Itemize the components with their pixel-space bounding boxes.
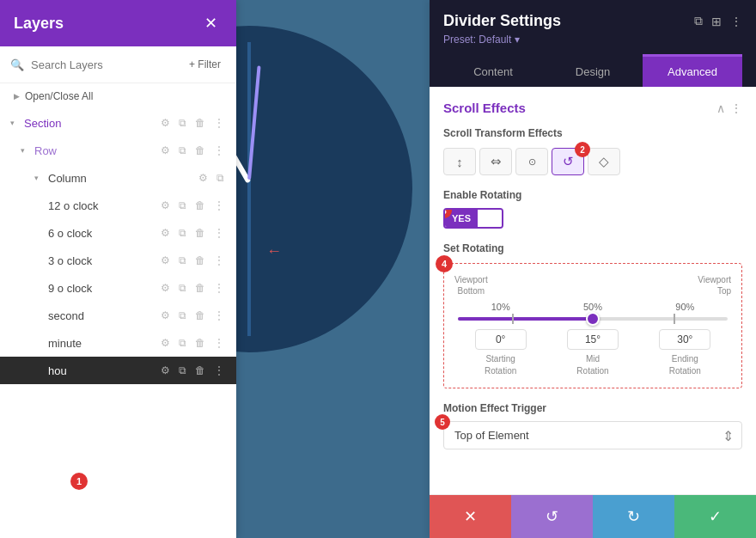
duplicate-icon-col[interactable]: ⧉ <box>215 170 226 186</box>
duplicate-icon-12[interactable]: ⧉ <box>177 198 188 213</box>
more-options-icon[interactable]: ⋮ <box>730 15 742 28</box>
settings-icon-col[interactable]: ⚙ <box>197 170 210 186</box>
trash-icon[interactable]: 🗑 <box>193 115 207 131</box>
badge-4: 4 <box>436 255 453 272</box>
layer-name-3oclock: 3 o clock <box>48 254 159 267</box>
motion-trigger-select[interactable]: Top of Element Bottom of Element Center … <box>443 421 742 449</box>
viewport-top-label: ViewportTop <box>698 274 731 297</box>
layer-icons-row: ⚙ ⧉ 🗑 ⋮ <box>159 143 226 158</box>
trash-icon-12[interactable]: 🗑 <box>193 198 207 213</box>
redo-button[interactable]: ↻ <box>593 495 674 538</box>
layer-toggle-column[interactable]: ▾ <box>34 174 45 182</box>
settings-footer: ✕ ↺ ↻ ✓ <box>430 494 756 538</box>
set-rotating-label: Set Rotating <box>443 242 742 254</box>
layer-item-row[interactable]: ▾ Row ⚙ ⧉ 🗑 ⋮ <box>0 137 236 164</box>
settings-icon-6[interactable]: ⚙ <box>159 225 172 241</box>
duplicate-icon[interactable]: ⧉ <box>177 115 188 131</box>
duplicate-icon-6[interactable]: ⧉ <box>177 225 188 241</box>
layer-item-12oclock[interactable]: 12 o clock ⚙ ⧉ 🗑 ⋮ <box>0 192 236 219</box>
filter-button[interactable]: + Filter <box>184 55 226 74</box>
layer-icons-hour: ⚙ ⧉ 🗑 ⋮ <box>159 363 226 378</box>
duplicate-icon-row[interactable]: ⧉ <box>177 143 188 158</box>
motion-trigger-select-wrapper: Top of Element Bottom of Element Center … <box>443 421 742 449</box>
more-icon-12[interactable]: ⋮ <box>212 198 226 213</box>
ending-rotation-input[interactable] <box>659 329 710 350</box>
horizontal-scroll-btn[interactable]: ⇔ <box>479 148 512 175</box>
badge-1: 1 <box>70 473 88 490</box>
scale-scroll-btn[interactable]: ◇ <box>588 148 620 175</box>
slider-thumb[interactable] <box>586 312 600 326</box>
duplicate-icon-3[interactable]: ⧉ <box>177 253 188 268</box>
layer-item-hour[interactable]: hou ⚙ ⧉ 🗑 ⋮ <box>0 357 236 384</box>
more-icon[interactable]: ⋮ <box>212 115 226 131</box>
layer-toggle-section[interactable]: ▾ <box>10 119 21 127</box>
undo-button[interactable]: ↺ <box>511 495 593 538</box>
expand-icon[interactable]: ⊞ <box>711 15 722 28</box>
layer-item-minute[interactable]: minute ⚙ ⧉ 🗑 ⋮ <box>0 329 236 357</box>
layer-item-column[interactable]: ▾ Column ⚙ ⧉ <box>0 164 236 192</box>
settings-icon[interactable]: ⚙ <box>159 115 172 131</box>
layer-item-second[interactable]: second ⚙ ⧉ 🗑 ⋮ <box>0 302 236 329</box>
settings-title: Divider Settings <box>443 12 561 30</box>
layer-item-9oclock[interactable]: 9 o clock ⚙ ⧉ 🗑 ⋮ <box>0 274 236 302</box>
copy-layout-icon[interactable]: ⧉ <box>694 14 703 28</box>
search-input[interactable] <box>31 58 177 71</box>
settings-icon-3[interactable]: ⚙ <box>159 253 172 268</box>
duplicate-icon-hour[interactable]: ⧉ <box>177 363 188 378</box>
vertical-scroll-btn[interactable]: ↕ <box>443 148 476 175</box>
settings-icon-12[interactable]: ⚙ <box>159 198 172 213</box>
settings-panel: Divider Settings ⧉ ⊞ ⋮ Preset: Default C… <box>430 0 756 538</box>
trash-icon-minute[interactable]: 🗑 <box>193 335 207 351</box>
duplicate-icon-minute[interactable]: ⧉ <box>177 335 188 351</box>
layers-title: Layers <box>14 15 64 33</box>
rotation-slider[interactable] <box>454 317 731 321</box>
more-icon-6[interactable]: ⋮ <box>212 225 226 241</box>
layer-item-section[interactable]: ▾ Section ⚙ ⧉ 🗑 ⋮ <box>0 109 236 137</box>
more-icon-row[interactable]: ⋮ <box>212 143 226 158</box>
more-icon-second[interactable]: ⋮ <box>212 308 226 323</box>
settings-icon-9[interactable]: ⚙ <box>159 280 172 296</box>
more-icon-hour[interactable]: ⋮ <box>212 363 226 378</box>
layer-toggle-row[interactable]: ▾ <box>21 146 31 155</box>
trash-icon-row[interactable]: 🗑 <box>193 143 207 158</box>
layers-close-button[interactable]: ✕ <box>199 12 223 34</box>
ending-rotation-label: EndingRotation <box>669 353 701 377</box>
settings-preset[interactable]: Preset: Default <box>443 34 742 46</box>
layer-item-6oclock[interactable]: 6 o clock ⚙ ⧉ 🗑 ⋮ <box>0 219 236 247</box>
scroll-effects-title: Scroll Effects <box>443 101 526 115</box>
cancel-button[interactable]: ✕ <box>430 495 511 538</box>
more-icon-9[interactable]: ⋮ <box>212 280 226 296</box>
layer-name-second: second <box>48 309 159 322</box>
settings-icon-hour[interactable]: ⚙ <box>159 363 172 378</box>
settings-icon-row[interactable]: ⚙ <box>159 143 172 158</box>
trash-icon-6[interactable]: 🗑 <box>193 225 207 241</box>
more-icon-minute[interactable]: ⋮ <box>212 335 226 351</box>
settings-icon-second[interactable]: ⚙ <box>159 308 172 323</box>
motion-trigger-label: Motion Effect Trigger <box>443 402 742 414</box>
trash-icon-9[interactable]: 🗑 <box>193 280 207 296</box>
trash-icon-3[interactable]: 🗑 <box>193 253 207 268</box>
layer-icons-12oclock: ⚙ ⧉ 🗑 ⋮ <box>159 198 226 213</box>
more-scroll-icon[interactable]: ⋮ <box>730 101 742 115</box>
starting-rotation-input[interactable] <box>475 329 527 350</box>
fade-scroll-btn[interactable]: ⊙ <box>515 148 548 175</box>
settings-icon-minute[interactable]: ⚙ <box>159 335 172 351</box>
tab-design[interactable]: Design <box>543 54 643 87</box>
mid-rotation-label: MidRotation <box>576 353 608 377</box>
open-close-all[interactable]: Open/Close All <box>0 83 236 109</box>
tab-advanced[interactable]: Advanced <box>643 54 742 87</box>
enable-rotating-toggle[interactable]: YES 3 <box>443 208 503 229</box>
search-icon: 🔍 <box>10 58 24 71</box>
tab-content[interactable]: Content <box>443 54 543 87</box>
duplicate-icon-9[interactable]: ⧉ <box>177 280 188 296</box>
layer-item-3oclock[interactable]: 3 o clock ⚙ ⧉ 🗑 ⋮ <box>0 247 236 274</box>
rotate-scroll-btn[interactable]: ↺ 2 <box>552 148 584 175</box>
toggle-no-label <box>478 210 502 227</box>
collapse-icon[interactable]: ∧ <box>716 101 725 115</box>
trash-icon-second[interactable]: 🗑 <box>193 308 207 323</box>
duplicate-icon-second[interactable]: ⧉ <box>177 308 188 323</box>
more-icon-3[interactable]: ⋮ <box>212 253 226 268</box>
mid-rotation-input[interactable] <box>567 329 619 350</box>
trash-icon-hour[interactable]: 🗑 <box>193 363 207 378</box>
confirm-button[interactable]: ✓ <box>674 495 756 538</box>
